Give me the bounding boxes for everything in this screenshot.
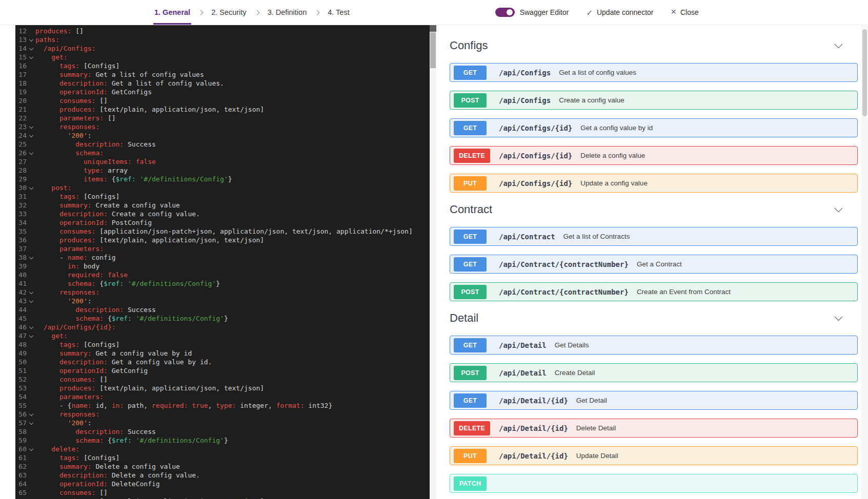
- code-line[interactable]: 44 description: Success: [15, 305, 430, 314]
- code-line[interactable]: 64 operationId: DeleteConfig: [15, 480, 430, 488]
- fold-chevron-icon[interactable]: [29, 333, 33, 337]
- operation-row[interactable]: GET/api/Contract/{contractNumber}Get a C…: [450, 255, 858, 274]
- code-line[interactable]: 42 responses:: [15, 288, 430, 297]
- close-button[interactable]: × Close: [671, 8, 698, 16]
- tab-test[interactable]: 4. Test: [327, 0, 350, 25]
- code-editor[interactable]: 12produces: []13paths:14 /api/Configs:15…: [15, 25, 430, 499]
- code-line[interactable]: 40 required: false: [15, 271, 430, 279]
- code-line[interactable]: 59 schema: {$ref: '#/definitions/Config'…: [15, 436, 430, 445]
- code-line[interactable]: 28 type: array: [15, 166, 430, 175]
- code-line[interactable]: 36 produces: [text/plain, application/js…: [15, 236, 430, 244]
- swagger-editor-toggle-group[interactable]: Swagger Editor: [495, 8, 569, 17]
- fold-chevron-icon[interactable]: [29, 46, 33, 50]
- code-line[interactable]: 24 '200':: [15, 131, 430, 140]
- fold-chevron-icon[interactable]: [29, 289, 33, 294]
- tab-general[interactable]: 1. General: [153, 0, 191, 25]
- operation-row[interactable]: GET/api/Configs/{id}Get a config value b…: [450, 118, 858, 137]
- code-line[interactable]: 46 /api/Configs/{id}:: [15, 323, 430, 331]
- code-line[interactable]: 26 schema:: [15, 149, 430, 157]
- code-line[interactable]: 50 description: Get a config value by id…: [15, 358, 430, 366]
- code-line[interactable]: 63 description: Delete a config value.: [15, 471, 430, 480]
- code-line[interactable]: 12produces: []: [15, 27, 430, 35]
- operation-row[interactable]: DELETE/api/Detail/{id}Delete Detail: [450, 419, 858, 438]
- code-line[interactable]: 14 /api/Configs:: [15, 44, 430, 53]
- operation-row[interactable]: POST/api/DetailCreate Detail: [450, 363, 858, 382]
- code-line[interactable]: 38 - name: config: [15, 253, 430, 262]
- fold-chevron-icon[interactable]: [29, 150, 33, 154]
- code-line[interactable]: 62 summary: Delete a config value: [15, 462, 430, 471]
- code-line[interactable]: 21 produces: [text/plain, application/js…: [15, 105, 430, 114]
- swagger-editor-toggle[interactable]: [495, 8, 515, 17]
- tab-definition[interactable]: 3. Definition: [267, 0, 308, 25]
- code-line[interactable]: 54 parameters:: [15, 392, 430, 401]
- code-line[interactable]: 35 consumes: [application/json-patch+jso…: [15, 227, 430, 236]
- code-line[interactable]: 39 in: body: [15, 262, 430, 271]
- code-line[interactable]: 25 description: Success: [15, 140, 430, 149]
- fold-chevron-icon[interactable]: [29, 298, 33, 302]
- code-line[interactable]: 13paths:: [15, 35, 430, 44]
- code-line[interactable]: 61 tags: [Configs]: [15, 453, 430, 462]
- code-line[interactable]: 58 description: Success: [15, 427, 430, 436]
- code-line[interactable]: 34 operationId: PostConfig: [15, 218, 430, 227]
- code-line[interactable]: 51 operationId: GetConfig: [15, 366, 430, 375]
- code-line[interactable]: 43 '200':: [15, 297, 430, 305]
- code-line[interactable]: 47 get:: [15, 331, 430, 340]
- operation-row[interactable]: PUT/api/Configs/{id}Update a config valu…: [450, 174, 858, 193]
- operation-row[interactable]: GET/api/DetailGet Details: [450, 336, 858, 355]
- code-line[interactable]: 41 schema: {$ref: '#/definitions/Config'…: [15, 279, 430, 288]
- code-line[interactable]: 66 produces: [text/plain, application/js…: [15, 497, 430, 499]
- chevron-down-icon[interactable]: [835, 313, 843, 321]
- code-line[interactable]: 32 summary: Create a config value: [15, 201, 430, 210]
- operations-scrollbar-thumb[interactable]: [862, 29, 867, 116]
- code-line[interactable]: 33 description: Create a config value.: [15, 210, 430, 218]
- fold-chevron-icon[interactable]: [29, 324, 33, 328]
- code-line[interactable]: 29 items: {$ref: '#/definitions/Config'}: [15, 175, 430, 183]
- code-line[interactable]: 27 uniqueItems: false: [15, 157, 430, 166]
- fold-chevron-icon[interactable]: [29, 255, 33, 259]
- operation-row[interactable]: PATCH: [450, 474, 858, 493]
- fold-chevron-icon[interactable]: [29, 446, 33, 450]
- editor-scrollbar-top-button[interactable]: [430, 25, 436, 32]
- operation-row[interactable]: POST/api/Contract/{contractNumber}Create…: [450, 282, 858, 301]
- fold-chevron-icon[interactable]: [29, 124, 33, 128]
- code-line[interactable]: 56 responses:: [15, 410, 430, 419]
- editor-scrollbar-thumb[interactable]: [430, 32, 436, 68]
- code-line[interactable]: 19 operationId: GetConfigs: [15, 88, 430, 96]
- code-line[interactable]: 17 summary: Get a list of config values: [15, 70, 430, 79]
- section-header-contract[interactable]: Contract: [450, 201, 858, 218]
- operation-row[interactable]: PUT/api/Detail/{id}Update Detail: [450, 446, 858, 465]
- code-line[interactable]: 18 description: Get a list of config val…: [15, 79, 430, 88]
- operation-row[interactable]: GET/api/ConfigsGet a list of config valu…: [450, 63, 858, 82]
- code-line[interactable]: 23 responses:: [15, 122, 430, 131]
- operation-row[interactable]: DELETE/api/Configs/{id}Delete a config v…: [450, 146, 858, 165]
- update-connector-button[interactable]: ✓ Update connector: [586, 8, 653, 16]
- fold-chevron-icon[interactable]: [29, 411, 33, 415]
- code-line[interactable]: 65 consumes: []: [15, 488, 430, 497]
- code-line[interactable]: 16 tags: [Configs]: [15, 61, 430, 70]
- fold-chevron-icon[interactable]: [29, 185, 33, 189]
- code-line[interactable]: 52 consumes: []: [15, 375, 430, 384]
- fold-chevron-icon[interactable]: [29, 54, 33, 58]
- fold-chevron-icon[interactable]: [29, 420, 33, 424]
- code-line[interactable]: 53 produces: [text/plain, application/js…: [15, 384, 430, 392]
- operation-row[interactable]: GET/api/ContractGet a list of Contracts: [450, 227, 858, 246]
- tab-security[interactable]: 2. Security: [210, 0, 248, 25]
- fold-chevron-icon[interactable]: [29, 133, 33, 137]
- code-line[interactable]: 15 get:: [15, 53, 430, 61]
- code-line[interactable]: 20 consumes: []: [15, 96, 430, 105]
- operations-scrollbar[interactable]: [861, 25, 868, 499]
- operation-row[interactable]: GET/api/Detail/{id}Get Detail: [450, 391, 858, 410]
- operation-row[interactable]: POST/api/ConfigsCreate a config value: [450, 91, 858, 110]
- section-header-detail[interactable]: Detail: [450, 310, 858, 326]
- code-line[interactable]: 57 '200':: [15, 419, 430, 427]
- code-line[interactable]: 37 parameters:: [15, 244, 430, 253]
- fold-chevron-icon[interactable]: [29, 37, 33, 41]
- chevron-down-icon[interactable]: [835, 40, 843, 49]
- code-line[interactable]: 22 parameters: []: [15, 114, 430, 122]
- section-header-configs[interactable]: Configs: [450, 37, 858, 54]
- code-line[interactable]: 48 tags: [Configs]: [15, 340, 430, 349]
- editor-scrollbar[interactable]: [430, 25, 436, 499]
- code-line[interactable]: 31 tags: [Configs]: [15, 192, 430, 201]
- chevron-down-icon[interactable]: [835, 204, 843, 213]
- code-line[interactable]: 49 summary: Get a config value by id: [15, 349, 430, 358]
